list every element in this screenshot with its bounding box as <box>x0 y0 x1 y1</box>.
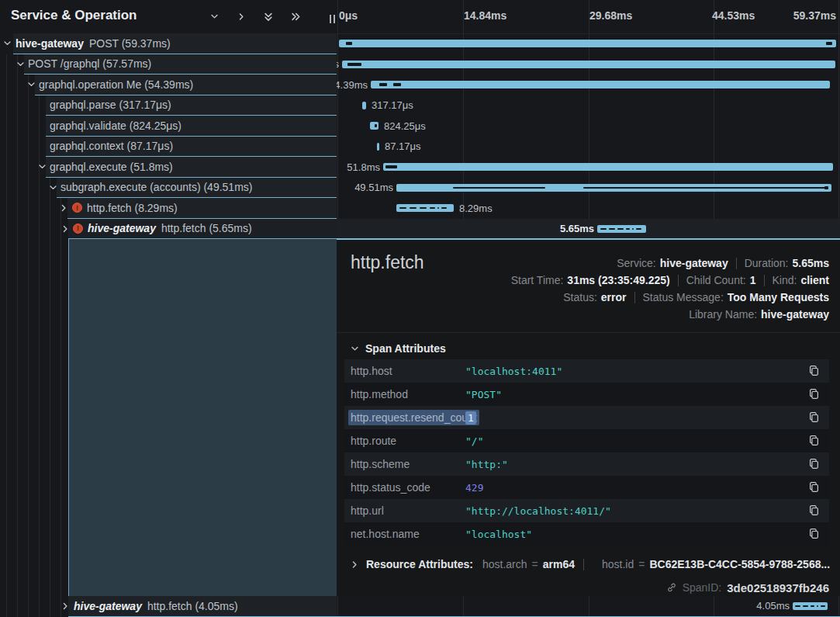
trace-viewer: Service & Operation hive-gatewayPOST (59… <box>0 0 840 617</box>
meta-label: Service: <box>617 257 656 269</box>
meta-label: Kind: <box>773 274 797 286</box>
timeline-row[interactable]: 5.65ms <box>337 219 840 240</box>
tree-row[interactable]: hive-gatewayhttp.fetch (4.05ms) <box>0 596 337 617</box>
operation-label: POST (59.37ms) <box>89 37 171 50</box>
span-attributes-header[interactable]: Span Attributes <box>351 341 446 356</box>
tree-row-label: !hive-gatewayhttp.fetch (5.65ms) <box>73 219 252 239</box>
span-bar[interactable] <box>362 102 366 109</box>
timeline-row[interactable] <box>337 33 840 54</box>
service-name: hive-gateway <box>74 600 142 612</box>
span-bar-mark <box>824 186 828 189</box>
tree-row[interactable]: graphql.execute (51.8ms) <box>0 157 337 178</box>
copy-icon[interactable] <box>808 411 820 423</box>
timeline-row[interactable]: 54.39ms <box>337 75 840 95</box>
operation-label: graphql.context (87.17μs) <box>50 140 173 152</box>
timeline-bottom-row: 4.05ms <box>337 596 840 617</box>
copy-icon[interactable] <box>808 504 820 516</box>
meta-separator <box>764 275 765 286</box>
copy-icon[interactable] <box>808 435 820 446</box>
tree-row[interactable]: graphql.context (87.17μs) <box>0 137 337 158</box>
meta-value: error <box>601 291 627 303</box>
timeline-row[interactable]: 57.57ms <box>337 54 840 75</box>
copy-icon[interactable] <box>808 388 820 400</box>
copy-icon[interactable] <box>808 458 820 470</box>
span-bar-mark <box>385 165 397 168</box>
attribute-row[interactable]: net.host.name"localhost" <box>344 522 829 546</box>
operation-label: subgraph.execute (accounts) (49.51ms) <box>60 181 252 193</box>
meta-line: Library Name:hive-gateway <box>689 306 829 323</box>
attribute-row[interactable]: http.request.resend_count1 <box>344 406 829 429</box>
timeline-row[interactable]: 8.29ms <box>337 198 840 219</box>
timeline-row[interactable]: 824.25μs <box>337 116 840 137</box>
span-bar[interactable] <box>371 81 830 88</box>
timeline-tick: 0μs <box>339 9 358 22</box>
attribute-value: 1 <box>465 412 476 424</box>
chevron-down-icon[interactable] <box>49 183 57 192</box>
chevron-down-icon[interactable] <box>207 9 221 23</box>
tree-row-label: hive-gatewayhttp.fetch (4.05ms) <box>74 596 238 616</box>
resource-attributes-row[interactable]: Resource Attributes:host.arch=arm64host.… <box>351 553 830 575</box>
chevron-right-icon[interactable] <box>61 224 70 233</box>
chevron-right-icon[interactable] <box>234 9 248 23</box>
panel-resize-handle[interactable] <box>330 15 335 23</box>
span-bar[interactable] <box>396 204 454 212</box>
tree-row[interactable]: !hive-gatewayhttp.fetch (5.65ms) <box>0 219 337 240</box>
attribute-row[interactable]: http.url"http://localhost:4011/" <box>344 499 829 522</box>
timeline-row[interactable]: 51.8ms <box>337 157 840 178</box>
attribute-value: "http://localhost:4011/" <box>465 505 611 517</box>
tree-row[interactable]: !http.fetch (8.29ms) <box>0 198 337 219</box>
chevron-down-icon[interactable] <box>3 40 12 48</box>
chevron-right-icon[interactable] <box>60 204 68 213</box>
double-chevron-right-icon[interactable] <box>289 9 302 23</box>
timeline-panel: 0μs14.84ms29.68ms44.53ms59.37ms 57.57ms5… <box>337 0 840 617</box>
span-bar[interactable] <box>396 184 831 192</box>
tree-row[interactable]: POST /graphql (57.57ms) <box>0 54 337 75</box>
chevron-down-icon[interactable] <box>16 60 25 68</box>
link-icon[interactable] <box>666 582 677 593</box>
operation-label: http.fetch (8.29ms) <box>87 202 178 214</box>
span-bar[interactable] <box>339 40 836 47</box>
attribute-key: http.scheme <box>351 458 465 470</box>
span-bar[interactable] <box>383 163 833 171</box>
span-bar[interactable] <box>377 143 379 151</box>
double-chevron-down-icon[interactable] <box>261 9 275 23</box>
timeline-row[interactable]: 317.17μs <box>337 95 840 116</box>
attribute-row[interactable]: http.host"localhost:4011" <box>344 359 829 383</box>
span-bar[interactable] <box>793 602 828 610</box>
timeline-row[interactable]: 49.51ms <box>337 178 840 199</box>
attribute-key: http.method <box>351 388 465 400</box>
timeline-row[interactable]: 4.05ms <box>337 596 840 616</box>
span-bar-mark <box>393 83 401 86</box>
meta-separator <box>634 292 635 303</box>
copy-icon[interactable] <box>808 481 820 493</box>
meta-line: Service:hive-gatewayDuration:5.65ms <box>617 255 829 272</box>
attribute-row[interactable]: http.route"/" <box>344 429 829 452</box>
span-attributes-title: Span Attributes <box>365 342 446 355</box>
attribute-row[interactable]: http.scheme"http:" <box>344 452 829 476</box>
span-bar[interactable] <box>597 225 646 233</box>
span-id-label: SpanID: <box>683 581 722 594</box>
tree-row[interactable]: hive-gatewayPOST (59.37ms) <box>0 33 337 54</box>
span-bar-mark <box>583 187 826 189</box>
chevron-down-icon[interactable] <box>38 163 47 172</box>
span-bar-mark <box>821 605 825 607</box>
span-bar[interactable] <box>370 122 379 130</box>
meta-line: Status:errorStatus Message:Too Many Requ… <box>563 289 829 306</box>
tree-row[interactable]: subgraph.execute (accounts) (49.51ms) <box>0 178 337 199</box>
tree-row[interactable]: graphql.operation Me (54.39ms) <box>0 75 337 95</box>
chevron-right-icon[interactable] <box>61 602 70 611</box>
attribute-row[interactable]: http.status_code429 <box>344 476 829 499</box>
timeline-row[interactable]: 87.17μs <box>337 137 840 158</box>
service-name: hive-gateway <box>88 222 156 234</box>
span-attributes-table: http.host"localhost:4011"http.method"POS… <box>344 359 829 546</box>
chevron-down-icon[interactable] <box>27 81 36 89</box>
span-duration-label: 51.8ms <box>337 157 380 178</box>
copy-icon[interactable] <box>808 528 820 539</box>
copy-icon[interactable] <box>808 365 820 376</box>
span-bar[interactable] <box>342 61 835 68</box>
tree-row[interactable]: graphql.validate (824.25μs) <box>0 116 337 137</box>
span-bar-mark <box>430 207 435 209</box>
attribute-value: "http:" <box>465 459 508 470</box>
tree-row[interactable]: graphql.parse (317.17μs) <box>0 95 337 116</box>
attribute-row[interactable]: http.method"POST" <box>344 383 829 406</box>
